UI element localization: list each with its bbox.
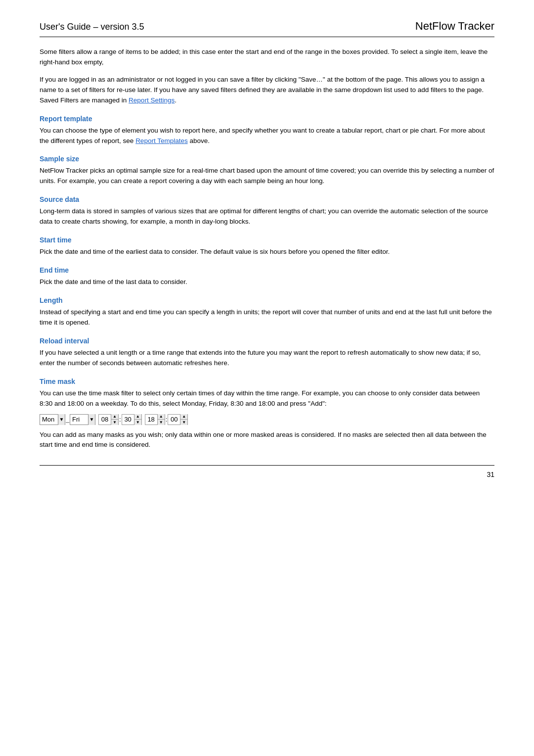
body-reload-interval: If you have selected a unit length or a … [40, 348, 494, 369]
body-time-mask-before: You can use the time mask filter to sele… [40, 388, 494, 409]
to-day-value: Fri [70, 416, 88, 423]
section-reload-interval: Reload interval If you have selected a u… [40, 337, 494, 369]
body-time-mask-after: You can add as many masks as you wish; o… [40, 430, 494, 451]
body-sample-size: NetFlow Tracker picks an optimal sample … [40, 166, 494, 187]
report-settings-link[interactable]: Report Settings [129, 96, 175, 104]
min2-spinner[interactable]: 00 ▲ ▼ [168, 414, 188, 425]
intro-para-1: Some filters allow a range of items to b… [40, 47, 494, 68]
page: User's Guide – version 3.5 NetFlow Track… [0, 0, 534, 756]
body-start-time: Pick the date and time of the earliest d… [40, 247, 494, 257]
day-range-separator: ⎯ [65, 416, 70, 423]
min1-spinner[interactable]: 30 ▲ ▼ [122, 414, 142, 425]
hour1-spinner[interactable]: 08 ▲ ▼ [98, 414, 119, 425]
section-end-time: End time Pick the date and time of the l… [40, 266, 494, 287]
from-day-value: Mon [40, 416, 58, 423]
hour2-up-button[interactable]: ▲ [158, 414, 165, 420]
section-sample-size: Sample size NetFlow Tracker picks an opt… [40, 155, 494, 187]
min1-down-button[interactable]: ▼ [134, 420, 141, 425]
min1-value: 30 [122, 414, 134, 425]
header-guide-title: User's Guide – version 3.5 [40, 22, 144, 32]
section-time-mask: Time mask You can use the time mask filt… [40, 378, 494, 451]
hour1-up-button[interactable]: ▲ [111, 414, 118, 420]
min2-down-button[interactable]: ▼ [180, 420, 187, 425]
body-length: Instead of specifying a start and end ti… [40, 307, 494, 328]
body-report-template: You can choose the type of element you w… [40, 126, 494, 146]
min2-spin-buttons: ▲ ▼ [180, 414, 187, 425]
page-number: 31 [40, 471, 494, 478]
footer-divider [40, 465, 494, 466]
heading-length: Length [40, 296, 494, 304]
hour2-down-button[interactable]: ▼ [158, 420, 165, 425]
to-day-dropdown-arrow[interactable]: ▼ [88, 414, 95, 425]
min2-value: 00 [168, 414, 180, 425]
report-templates-link[interactable]: Report Templates [135, 137, 188, 144]
heading-sample-size: Sample size [40, 155, 494, 163]
min1-spin-buttons: ▲ ▼ [134, 414, 141, 425]
header-product-title: NetFlow Tracker [415, 20, 494, 33]
hour2-spinner[interactable]: 18 ▲ ▼ [145, 414, 165, 425]
heading-time-mask: Time mask [40, 378, 494, 385]
hour2-spin-buttons: ▲ ▼ [157, 414, 165, 425]
hour2-value: 18 [145, 414, 157, 425]
min2-up-button[interactable]: ▲ [180, 414, 187, 420]
section-report-template: Report template You can choose the type … [40, 115, 494, 146]
hour1-spin-buttons: ▲ ▼ [111, 414, 118, 425]
section-source-data: Source data Long-term data is stored in … [40, 195, 494, 227]
heading-start-time: Start time [40, 236, 494, 244]
heading-end-time: End time [40, 266, 494, 274]
hour1-value: 08 [99, 414, 111, 425]
from-day-dropdown-arrow[interactable]: ▼ [58, 414, 65, 425]
heading-reload-interval: Reload interval [40, 337, 494, 345]
intro-para-2: If you are logged in as an administrator… [40, 75, 494, 106]
section-start-time: Start time Pick the date and time of the… [40, 236, 494, 257]
heading-source-data: Source data [40, 195, 494, 203]
min1-up-button[interactable]: ▲ [134, 414, 141, 420]
heading-report-template: Report template [40, 115, 494, 123]
section-length: Length Instead of specifying a start and… [40, 296, 494, 328]
body-end-time: Pick the date and time of the last data … [40, 277, 494, 287]
from-day-select[interactable]: Mon ▼ [40, 414, 65, 425]
hour1-down-button[interactable]: ▼ [111, 420, 118, 425]
page-header: User's Guide – version 3.5 NetFlow Track… [40, 20, 494, 37]
to-day-select[interactable]: Fri ▼ [70, 414, 95, 425]
time-mask-widget: Mon ▼ ⎯ Fri ▼ 08 ▲ ▼ : 30 [40, 414, 494, 425]
body-source-data: Long-term data is stored in samples of v… [40, 206, 494, 227]
